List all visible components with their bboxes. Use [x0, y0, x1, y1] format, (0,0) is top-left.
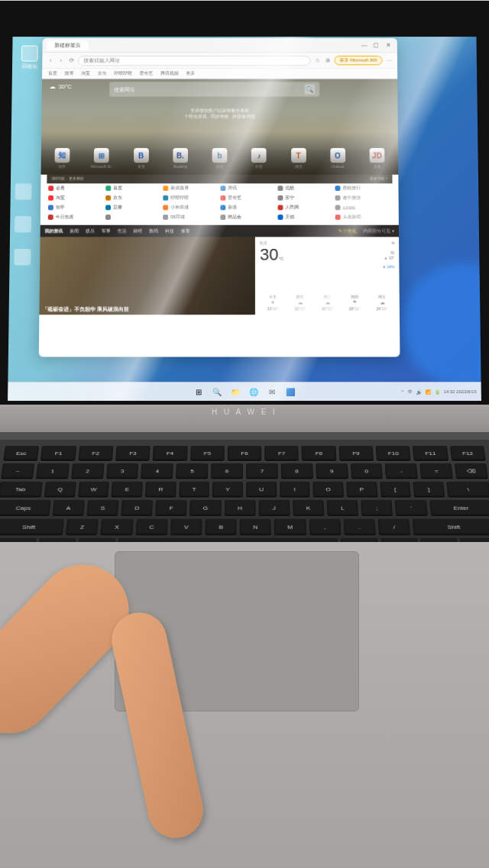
keyboard-key[interactable]: K [293, 500, 324, 516]
site-link[interactable]: 12306 [335, 205, 391, 211]
keyboard-key[interactable]: 4 [141, 463, 173, 479]
keyboard-key[interactable]: J [258, 500, 290, 516]
weather-card[interactable]: 北京 ⚙ 30°C 晴 ▲ 33° ▼ 24% 今天☀33°24°明天☁32°2… [255, 237, 400, 315]
keyboard-key[interactable]: X [101, 519, 134, 536]
news-tab[interactable]: 我的资讯 [45, 227, 63, 234]
site-link[interactable]: 携程旅行 [335, 185, 390, 192]
extensions-icon[interactable]: ⊕ [324, 56, 332, 64]
site-link[interactable]: 知乎 [48, 205, 104, 211]
keyboard-key[interactable]: ~ [1, 463, 34, 479]
bookmark-item[interactable]: 淘宝 [81, 70, 90, 77]
keyboard-key[interactable]: F3 [115, 446, 151, 461]
keyboard-key[interactable]: I [280, 482, 310, 498]
search-icon[interactable]: 🔍 [305, 84, 316, 94]
keyboard-key[interactable]: S [86, 500, 118, 516]
keyboard-key[interactable]: H [224, 500, 255, 516]
tray-item[interactable]: 中 [407, 389, 412, 395]
tray-item[interactable]: 14:32 2023/8/15 [443, 389, 476, 394]
keyboard-key[interactable]: V [170, 519, 202, 536]
keyboard-key[interactable]: C [135, 519, 167, 536]
keyboard-key[interactable]: F2 [78, 446, 113, 461]
taskbar-app-icon[interactable]: 🟦 [284, 386, 296, 398]
keyboard-key[interactable]: F [155, 500, 187, 516]
site-link[interactable]: 苏宁 [277, 195, 333, 202]
quicklink-tile[interactable]: ⊞Microsoft St. [85, 148, 118, 169]
keyboard-key[interactable]: F4 [153, 446, 187, 461]
keyboard-key[interactable]: N [240, 519, 271, 536]
keyboard-key[interactable]: Z [66, 519, 99, 536]
news-tab[interactable]: 科技 [165, 227, 174, 234]
news-tab[interactable]: 新闻 [70, 227, 79, 234]
quicklink-tile[interactable]: b必应 [203, 148, 236, 169]
refresh-icon[interactable]: ⟳ [68, 56, 76, 64]
keyboard-key[interactable]: F6 [228, 446, 262, 461]
trackpad[interactable] [115, 551, 359, 712]
quicklink-tile[interactable]: 知知乎 [46, 148, 79, 169]
recycle-bin-icon[interactable]: 回收站 [17, 46, 43, 70]
keyboard-key[interactable]: 1 [36, 463, 70, 479]
taskbar-app-icon[interactable]: ✉ [266, 386, 278, 398]
address-bar[interactable]: 搜索或输入网址 [78, 55, 310, 65]
quicklink-tile[interactable]: T淘宝 [282, 148, 315, 169]
keyboard-key[interactable]: Shift [0, 519, 64, 536]
site-link[interactable]: 小米商城 [163, 205, 219, 211]
news-tab[interactable]: 财经 [133, 227, 142, 234]
quicklink-tile[interactable]: B.Booking [164, 148, 196, 169]
keyboard-key[interactable]: F5 [190, 446, 225, 461]
keyboard-key[interactable]: A [52, 500, 85, 516]
favorites-icon[interactable]: ☆ [313, 56, 321, 64]
keyboard-key[interactable]: U [246, 482, 277, 498]
site-link[interactable]: 新浪 [220, 205, 276, 211]
bookmark-item[interactable]: 百度 [48, 70, 57, 77]
site-link[interactable]: 58同城 [163, 214, 219, 221]
back-icon[interactable]: ‹ [47, 56, 54, 64]
browser-tab[interactable]: 新建标签页 [47, 40, 88, 50]
keyboard-key[interactable]: Caps [0, 500, 50, 516]
news-tab[interactable]: 娱乐 [86, 227, 95, 234]
start-button-icon[interactable]: ⊞ [193, 386, 205, 398]
window-maximize-icon[interactable]: ▢ [371, 40, 381, 49]
taskbar-app-icon[interactable]: 🌐 [248, 386, 260, 398]
quicklink-tile[interactable]: B百度 [125, 148, 158, 169]
keyboard-key[interactable]: E [112, 482, 143, 498]
window-minimize-icon[interactable]: — [360, 40, 369, 49]
keyboard-key[interactable]: Q [44, 482, 76, 498]
hero-search-input[interactable] [114, 87, 304, 92]
news-tab[interactable]: 军事 [102, 227, 111, 234]
promo-pill-button[interactable]: 获享 Microsoft 365 [335, 56, 383, 65]
tray-item[interactable]: 📶 [425, 389, 430, 395]
news-tab[interactable]: 生活 [118, 227, 127, 234]
keyboard-key[interactable]: Esc [3, 446, 39, 461]
site-link[interactable]: 人民网 [277, 205, 333, 211]
keyboard-key[interactable]: Shift [413, 519, 489, 536]
keyboard-key[interactable]: 6 [211, 463, 243, 479]
keyboard-key[interactable]: B [205, 519, 236, 536]
hero-bottom-left[interactable]: 360导航 · 更多精彩 [51, 176, 83, 182]
keyboard-key[interactable]: 2 [71, 463, 104, 479]
hero-search[interactable]: 🔍 [109, 82, 319, 96]
keyboard-key[interactable]: 5 [176, 463, 208, 479]
keyboard-key[interactable]: Y [212, 482, 243, 498]
keyboard-key[interactable]: F10 [376, 446, 411, 461]
hero-bottom-right[interactable]: 更多导航 > [370, 176, 388, 182]
bookmark-item[interactable]: 哔哩哔哩 [114, 70, 132, 77]
keyboard-key[interactable]: 9 [316, 463, 348, 479]
keyboard-key[interactable]: 7 [246, 463, 278, 479]
keyboard-key[interactable]: P [346, 482, 377, 498]
keyboard-key[interactable]: F1 [40, 446, 76, 461]
taskbar-app-icon[interactable]: 📁 [229, 386, 241, 398]
keyboard-key[interactable]: R [145, 482, 176, 498]
window-close-icon[interactable]: ✕ [384, 40, 393, 49]
keyboard-key[interactable]: = [419, 463, 453, 479]
menu-icon[interactable]: ⋯ [385, 56, 393, 64]
keyboard-key[interactable]: 3 [106, 463, 139, 479]
keyboard-key[interactable]: [ [380, 482, 411, 498]
keyboard-key[interactable]: F9 [338, 446, 374, 461]
keyboard-key[interactable]: O [313, 482, 344, 498]
content-visibility-dropdown[interactable]: 内容部分可见 ▾ [364, 227, 394, 234]
site-link[interactable]: 途牛旅游 [335, 195, 391, 202]
keyboard-key[interactable]: M [274, 519, 306, 536]
news-tab[interactable]: 体育 [181, 227, 190, 234]
tray-item[interactable]: ㅤ^ [402, 389, 404, 395]
hero-weather[interactable]: ☁ 30°C [50, 83, 72, 90]
